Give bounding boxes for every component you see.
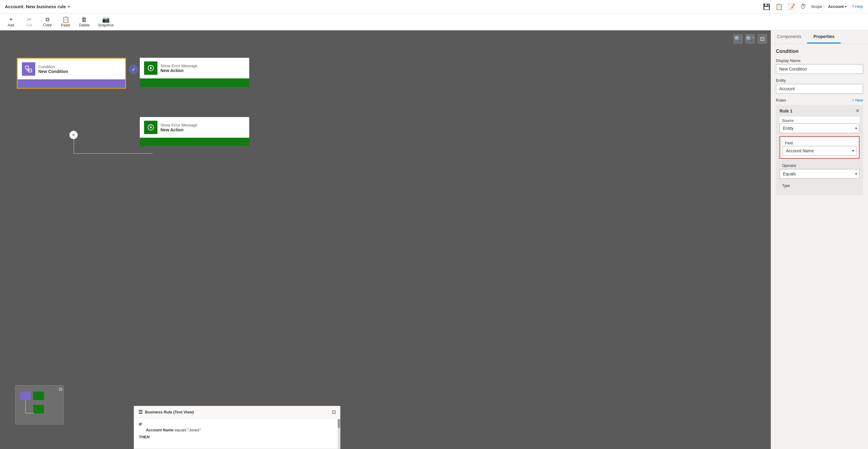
action-node-2[interactable]: Show Error Message New Action	[140, 117, 249, 146]
condition-node-header: Condition New Condition	[18, 59, 125, 79]
check-badge: ✓	[129, 64, 138, 74]
action-2-footer	[140, 138, 249, 146]
operator-select-wrapper: Equals ▾	[780, 169, 860, 179]
zoom-in-button[interactable]: 🔍+	[745, 34, 755, 44]
field-select[interactable]: Account Name	[783, 146, 857, 156]
tab-components[interactable]: Components	[771, 30, 807, 43]
save-icon[interactable]: 💾	[763, 3, 770, 10]
operator-label: Operator	[780, 162, 860, 169]
check-validate-icon[interactable]: 📝	[788, 3, 795, 10]
zoom-in-icon: 🔍+	[746, 36, 754, 42]
zoom-out-icon: 🔍-	[734, 36, 742, 42]
title-bar: Account: New business rule ▾ 💾 📋 📝 ⏱ Sco…	[0, 0, 868, 13]
tab-properties[interactable]: Properties	[807, 30, 840, 43]
add-button[interactable]: + Add	[2, 15, 20, 29]
panel-tabs: Components Properties	[771, 30, 868, 44]
fit-button[interactable]: ⊡	[757, 34, 767, 44]
then-label: THEN	[139, 435, 335, 439]
action-1-name: New Action	[160, 68, 197, 73]
display-name-input[interactable]	[776, 64, 863, 74]
rules-header: Rules + New	[776, 98, 863, 102]
brtextview-expand-icon[interactable]: ⊡	[332, 409, 336, 415]
business-rule-text-view: ☰ Business Rule (Text View) ⊡ IF Account…	[134, 406, 340, 449]
rule-card-header: Rule 1 ✕	[780, 108, 860, 114]
action-2-text: Show Error Message New Action	[160, 123, 197, 132]
source-select[interactable]: Entity	[780, 123, 860, 133]
brtextview-body: IF Account Name equals "Jones" THEN	[134, 418, 340, 449]
cut-icon: ✂	[27, 17, 32, 23]
svg-point-8	[150, 126, 152, 128]
display-name-label: Display Name	[776, 58, 863, 63]
type-group: Type	[780, 182, 860, 189]
delete-button[interactable]: 🗑 Delete	[75, 15, 93, 29]
action-1-text: Show Error Message New Action	[160, 63, 197, 73]
condition-node[interactable]: Condition New Condition	[17, 58, 126, 89]
action-node-2-header: Show Error Message New Action	[140, 117, 249, 138]
snapshot-icon: 📷	[102, 17, 110, 23]
action-node-1-header: Show Error Message New Action	[140, 58, 249, 79]
minimap-line-v	[25, 400, 26, 413]
title-bar-right: 💾 📋 📝 ⏱ Scope : Account ▾ ? Help	[763, 3, 863, 10]
condition-icon	[22, 62, 35, 76]
scope-chevron[interactable]: ▾	[845, 5, 847, 8]
cut-button[interactable]: ✂ Cut	[21, 15, 38, 29]
source-select-wrapper: Entity ▾	[780, 123, 860, 133]
minimap-action-node-2	[33, 405, 44, 413]
canvas-area[interactable]: 🔍- 🔍+ ⊡ Condi	[0, 30, 771, 449]
title-bar-left: Account: New business rule ▾	[5, 4, 70, 9]
minimap-inner	[16, 386, 64, 390]
history-icon[interactable]: ⏱	[800, 3, 806, 10]
copy-button[interactable]: ⧉ Copy	[39, 16, 56, 28]
action-1-type: Show Error Message	[160, 63, 197, 68]
condition-text: Condition New Condition	[38, 64, 68, 74]
minimap: ⊡	[15, 385, 64, 425]
zoom-out-button[interactable]: 🔍-	[733, 34, 743, 44]
type-label: Type	[780, 182, 860, 189]
fit-icon: ⊡	[760, 36, 765, 42]
rules-new-button[interactable]: + New	[852, 98, 863, 102]
app-title: Account: New business rule	[5, 4, 66, 9]
svg-point-5	[150, 67, 152, 69]
field-section-highlighted: Field Account Name ▾	[780, 136, 860, 159]
right-panel: Components Properties Condition Display …	[771, 30, 868, 449]
svg-rect-0	[26, 66, 29, 69]
operator-select[interactable]: Equals	[780, 169, 860, 179]
rules-icon[interactable]: 📋	[775, 3, 783, 10]
scope-label: Scope : Account ▾	[811, 4, 847, 9]
brtextview-scroll-thumb	[338, 419, 340, 428]
rules-label: Rules	[776, 98, 786, 102]
snapshot-button[interactable]: 📷 Snapshot	[95, 15, 117, 29]
action-node-1[interactable]: Show Error Message New Action	[140, 58, 249, 87]
source-group: Source Entity ▾	[780, 117, 860, 133]
action-2-type: Show Error Message	[160, 123, 197, 127]
minimap-action-node-1	[33, 392, 44, 400]
condition-type-label: Condition	[38, 64, 68, 69]
connector-horizontal-line	[73, 153, 153, 154]
main-layout: 🔍- 🔍+ ⊡ Condi	[0, 30, 868, 449]
paste-icon: 📋	[62, 17, 70, 23]
brtextview-header: ☰ Business Rule (Text View) ⊡	[134, 406, 340, 418]
delete-icon: 🗑	[81, 17, 87, 23]
source-label: Source	[780, 117, 860, 123]
x-badge[interactable]: ✕	[69, 131, 78, 139]
rule-card: Rule 1 ✕ Source Entity ▾ Field	[776, 105, 863, 195]
minimap-condition-node	[20, 392, 31, 400]
toolbar: + Add ✂ Cut ⧉ Copy 📋 Paste 🗑 Delete 📷 Sn…	[0, 13, 868, 30]
entity-group: Entity	[776, 78, 863, 94]
condition-name-label: New Condition	[38, 69, 68, 74]
rule-name: Rule 1	[780, 109, 792, 113]
help-label[interactable]: ? Help	[851, 4, 863, 9]
if-label: IF	[139, 422, 335, 426]
field-select-wrapper: Account Name ▾	[783, 146, 857, 156]
title-chevron[interactable]: ▾	[68, 5, 70, 9]
paste-button[interactable]: 📋 Paste	[57, 15, 74, 29]
operator-group: Operator Equals ▾	[780, 162, 860, 179]
minimap-line-h	[25, 413, 34, 413]
action-icon-2	[144, 121, 157, 134]
entity-input[interactable]	[776, 84, 863, 94]
condition-text-line: Account Name equals "Jones"	[144, 428, 335, 432]
entity-label: Entity	[776, 78, 863, 83]
action-icon-1	[144, 61, 157, 75]
rule-close-icon[interactable]: ✕	[856, 108, 860, 114]
brtextview-scrollbar[interactable]	[338, 419, 340, 449]
